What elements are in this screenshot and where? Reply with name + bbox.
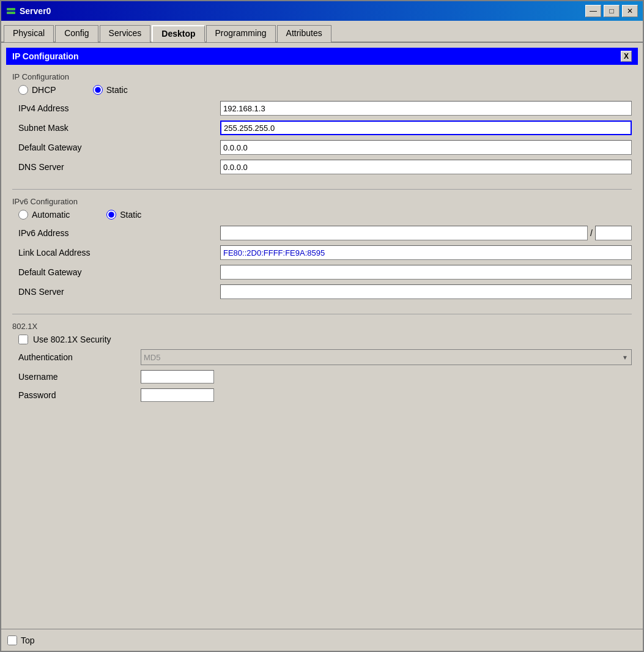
password-input[interactable] (141, 388, 214, 402)
maximize-button[interactable]: □ (604, 5, 620, 17)
ipv6-static-radio-label[interactable]: Static (106, 210, 141, 220)
title-buttons: — □ ✕ (585, 5, 638, 17)
tab-bar: Physical Config Services Desktop Program… (1, 21, 643, 43)
default-gateway-label: Default Gateway (18, 143, 220, 152)
divider-1 (12, 189, 632, 190)
subnet-mask-input[interactable] (220, 120, 632, 135)
ipv6-config-section: IPv6 Configuration Automatic Static IPv6… (6, 194, 638, 309)
ipv6-automatic-radio-label[interactable]: Automatic (18, 210, 70, 220)
main-window: Server0 — □ ✕ Physical Config Services D… (0, 0, 644, 652)
static-radio-label[interactable]: Static (93, 85, 128, 95)
ipv6-default-gateway-label: Default Gateway (18, 267, 220, 277)
ipv6-default-gateway-input[interactable] (220, 265, 632, 280)
title-bar-left: Server0 (6, 6, 51, 16)
use-dot1x-row: Use 802.1X Security (12, 335, 632, 344)
authentication-row: Authentication MD5 (12, 349, 632, 365)
ipv6-automatic-radio[interactable] (18, 210, 28, 220)
ipv6-address-row: IPv6 Address / (12, 226, 632, 240)
main-content: IP Configuration X IP Configuration DHCP… (1, 43, 643, 629)
authentication-label: Authentication (18, 352, 141, 362)
default-gateway-input[interactable] (220, 140, 632, 155)
subnet-mask-label: Subnet Mask (18, 123, 220, 133)
ipv6-static-radio[interactable] (106, 210, 116, 220)
ipv4-address-row: IPv4 Address (12, 101, 632, 116)
dhcp-radio[interactable] (18, 85, 28, 95)
ipv6-config-subtitle: IPv6 Configuration (12, 197, 632, 206)
top-label: Top (21, 635, 35, 645)
ipv6-dns-server-row: DNS Server (12, 284, 632, 299)
password-label: Password (18, 390, 141, 400)
ipv6-address-group: / (220, 226, 632, 240)
ipv4-address-input[interactable] (220, 101, 632, 116)
divider-2 (12, 314, 632, 314)
dns-server-row: DNS Server (12, 160, 632, 174)
svg-point-3 (13, 12, 14, 13)
top-checkbox[interactable] (7, 635, 17, 645)
authentication-select-wrapper: MD5 (141, 349, 632, 365)
svg-point-2 (13, 9, 14, 10)
ipv6-radio-row: Automatic Static (12, 210, 632, 220)
ipv6-dns-server-label: DNS Server (18, 287, 220, 297)
username-label: Username (18, 372, 141, 382)
tab-physical[interactable]: Physical (4, 25, 54, 42)
ip-config-radio-row: DHCP Static (12, 85, 632, 95)
link-local-address-row: Link Local Address (12, 245, 632, 260)
ipv6-default-gateway-row: Default Gateway (12, 265, 632, 280)
subnet-mask-row: Subnet Mask (12, 120, 632, 135)
bottom-bar: Top (1, 629, 643, 651)
tab-programming[interactable]: Programming (206, 25, 276, 42)
use-dot1x-label: Use 802.1X Security (33, 335, 111, 344)
use-dot1x-checkbox[interactable] (18, 335, 28, 344)
dot1x-section: 802.1X Use 802.1X Security Authenticatio… (6, 319, 638, 412)
dot1x-title: 802.1X (12, 322, 632, 331)
ip-config-header-title: IP Configuration (12, 51, 79, 61)
tab-services[interactable]: Services (100, 25, 151, 42)
ip-config-close-button[interactable]: X (621, 51, 632, 62)
dns-server-input[interactable] (220, 160, 632, 174)
ipv6-prefix-input[interactable] (595, 226, 632, 240)
server-icon (6, 6, 16, 16)
ip-config-section: IP Configuration DHCP Static IPv4 Addres… (6, 70, 638, 184)
ipv6-address-input[interactable] (220, 226, 588, 240)
dhcp-radio-label[interactable]: DHCP (18, 85, 56, 95)
default-gateway-row: Default Gateway (12, 140, 632, 155)
username-input[interactable] (141, 370, 214, 383)
tab-attributes[interactable]: Attributes (277, 25, 331, 42)
tab-desktop[interactable]: Desktop (152, 25, 204, 42)
link-local-address-label: Link Local Address (18, 248, 220, 257)
ip-config-header: IP Configuration X (6, 48, 638, 65)
title-bar: Server0 — □ ✕ (1, 1, 643, 21)
authentication-select[interactable]: MD5 (141, 349, 632, 365)
ipv4-address-label: IPv4 Address (18, 103, 220, 113)
ip-config-subtitle: IP Configuration (12, 72, 632, 81)
window-title: Server0 (20, 6, 51, 16)
minimize-button[interactable]: — (585, 5, 601, 17)
username-row: Username (12, 370, 632, 383)
dns-server-label: DNS Server (18, 162, 220, 172)
static-radio[interactable] (93, 85, 103, 95)
password-row: Password (12, 388, 632, 402)
slash-separator: / (589, 228, 594, 238)
ipv6-dns-server-input[interactable] (220, 284, 632, 299)
link-local-address-input[interactable] (220, 245, 632, 260)
close-window-button[interactable]: ✕ (622, 5, 638, 17)
ipv6-address-label: IPv6 Address (18, 228, 220, 238)
tab-config[interactable]: Config (55, 25, 98, 42)
